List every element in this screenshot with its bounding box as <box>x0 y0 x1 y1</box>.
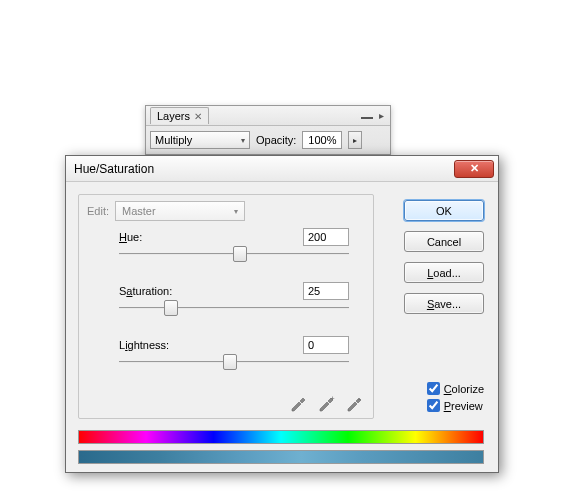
lightness-slider-thumb[interactable] <box>223 354 237 370</box>
opacity-field[interactable]: 100% <box>302 131 342 149</box>
chevron-down-icon: ▾ <box>241 136 245 145</box>
preview-checkbox[interactable]: Preview <box>427 399 484 412</box>
blend-mode-value: Multiply <box>155 134 192 146</box>
saturation-slider-track[interactable] <box>119 307 349 309</box>
saturation-input[interactable] <box>303 282 349 300</box>
input-hue-strip <box>78 430 484 444</box>
hue-input[interactable] <box>303 228 349 246</box>
edit-select-value: Master <box>122 205 156 217</box>
hue-saturation-dialog: Hue/Saturation ✕ Edit: Master ▾ Hue: <box>65 155 499 473</box>
lightness-input[interactable] <box>303 336 349 354</box>
eyedropper-subtract-icon[interactable]: - <box>345 394 363 412</box>
layers-panel: Layers ✕ ▸ Multiply ▾ Opacity: 100% ▸ <box>145 105 391 155</box>
eyedropper-add-icon[interactable]: + <box>317 394 335 412</box>
colorize-label: Colorize <box>444 383 484 395</box>
preview-checkbox-input[interactable] <box>427 399 440 412</box>
parameters-group: Edit: Master ▾ Hue: Saturation: <box>78 194 374 419</box>
opacity-label: Opacity: <box>256 134 296 146</box>
edit-label: Edit: <box>87 205 109 217</box>
opacity-value: 100% <box>308 134 336 146</box>
hue-slider-thumb[interactable] <box>233 246 247 262</box>
titlebar[interactable]: Hue/Saturation ✕ <box>66 156 498 182</box>
close-icon: ✕ <box>470 162 479 175</box>
close-button[interactable]: ✕ <box>454 160 494 178</box>
minimize-icon[interactable] <box>361 110 373 121</box>
colorize-checkbox[interactable]: Colorize <box>427 382 484 395</box>
preview-label: Preview <box>444 400 483 412</box>
opacity-flyout-button[interactable]: ▸ <box>348 131 362 149</box>
hue-label: Hue: <box>119 231 142 243</box>
layers-tab[interactable]: Layers ✕ <box>150 107 209 124</box>
save-button[interactable]: Save... <box>404 293 484 314</box>
lightness-label: Lightness: <box>119 339 169 351</box>
load-button[interactable]: Load... <box>404 262 484 283</box>
saturation-slider-thumb[interactable] <box>164 300 178 316</box>
close-icon[interactable]: ✕ <box>194 111 202 122</box>
panel-menu-icon[interactable]: ▸ <box>379 110 384 121</box>
cancel-button[interactable]: Cancel <box>404 231 484 252</box>
ok-button[interactable]: OK <box>404 200 484 221</box>
eyedropper-icon[interactable] <box>289 394 307 412</box>
blend-mode-select[interactable]: Multiply ▾ <box>150 131 250 149</box>
saturation-label: Saturation: <box>119 285 172 297</box>
svg-text:+: + <box>330 394 335 403</box>
dialog-title: Hue/Saturation <box>74 162 154 176</box>
colorize-checkbox-input[interactable] <box>427 382 440 395</box>
edit-select[interactable]: Master ▾ <box>115 201 245 221</box>
layers-tab-label: Layers <box>157 110 190 122</box>
output-hue-strip <box>78 450 484 464</box>
chevron-down-icon: ▾ <box>234 207 238 216</box>
svg-text:-: - <box>358 394 361 403</box>
